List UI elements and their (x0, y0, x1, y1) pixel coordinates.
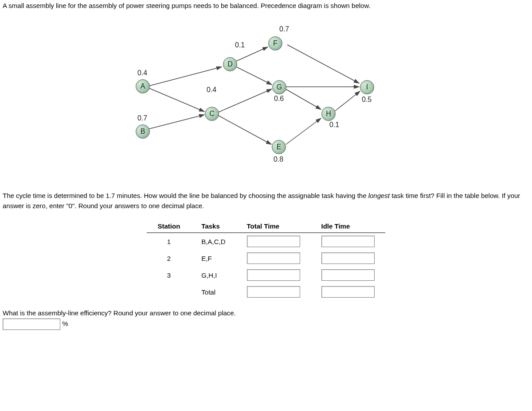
intro-text: A small assembly line for the assembly o… (3, 2, 529, 9)
svg-line-2 (149, 115, 204, 129)
th-station: Station (147, 220, 191, 233)
cell-station-1: 1 (147, 233, 191, 250)
input-total-sum[interactable] (247, 286, 300, 298)
cell-tasks-total: Total (191, 283, 236, 300)
time-C: 0.4 (207, 86, 216, 94)
svg-line-1 (149, 88, 204, 112)
node-A: A (136, 79, 150, 93)
input-idle-3[interactable] (321, 269, 375, 281)
svg-line-11 (335, 91, 360, 111)
cell-station-2: 2 (147, 250, 191, 267)
time-B: 0.7 (137, 114, 147, 122)
node-H: H (321, 107, 336, 121)
diagram-arrows (66, 23, 466, 173)
node-G: G (272, 80, 286, 94)
svg-line-7 (286, 118, 321, 144)
table-header-row: Station Tasks Total Time Idle Time (147, 220, 385, 233)
svg-line-6 (218, 89, 272, 112)
time-H: 0.1 (329, 121, 339, 129)
svg-line-5 (218, 115, 271, 144)
input-total-1[interactable] (247, 236, 300, 247)
answer-table: Station Tasks Total Time Idle Time 1 B,A… (147, 220, 385, 300)
time-G: 0.6 (274, 95, 284, 103)
svg-line-8 (286, 89, 321, 109)
q-part2-italic: longest (368, 192, 390, 199)
percent-label: % (62, 320, 68, 327)
node-D: D (223, 57, 237, 71)
cell-station-total (147, 283, 191, 300)
node-I: I (360, 80, 374, 94)
th-total: Total Time (236, 220, 311, 233)
question-text: The cycle time is determined to be 1.7 m… (3, 191, 529, 211)
input-idle-2[interactable] (321, 252, 375, 264)
table-row: 3 G,H,I (147, 267, 385, 283)
time-D: 0.1 (235, 41, 245, 49)
precedence-diagram: A 0.4 B 0.7 C 0.4 D 0.1 E 0.8 F 0.7 G 0.… (66, 23, 466, 173)
input-total-3[interactable] (247, 269, 300, 281)
th-idle: Idle Time (311, 220, 385, 233)
node-F: F (268, 36, 282, 50)
input-idle-1[interactable] (321, 236, 375, 247)
cell-station-3: 3 (147, 267, 191, 283)
cell-tasks-3: G,H,I (191, 267, 236, 283)
input-efficiency[interactable] (3, 318, 60, 330)
table-row: Total (147, 283, 385, 300)
cell-tasks-1: B,A,C,D (191, 233, 236, 250)
svg-line-0 (149, 67, 222, 86)
input-idle-sum[interactable] (321, 286, 375, 298)
table-row: 2 E,F (147, 250, 385, 267)
svg-line-4 (236, 67, 272, 85)
time-A: 0.4 (137, 69, 147, 77)
node-E: E (272, 140, 286, 154)
input-total-2[interactable] (247, 252, 300, 264)
time-F: 0.7 (279, 25, 289, 33)
node-B: B (136, 124, 150, 139)
table-row: 1 B,A,C,D (147, 233, 385, 250)
time-E: 0.8 (274, 155, 283, 163)
q-part1: The cycle time is determined to be 1.7 m… (3, 192, 368, 199)
node-C: C (205, 107, 219, 121)
svg-line-9 (287, 45, 359, 83)
time-I: 0.5 (362, 96, 372, 104)
th-tasks: Tasks (191, 220, 236, 233)
cell-tasks-2: E,F (191, 250, 236, 267)
efficiency-question: What is the assembly-line efficiency? Ro… (3, 309, 529, 317)
